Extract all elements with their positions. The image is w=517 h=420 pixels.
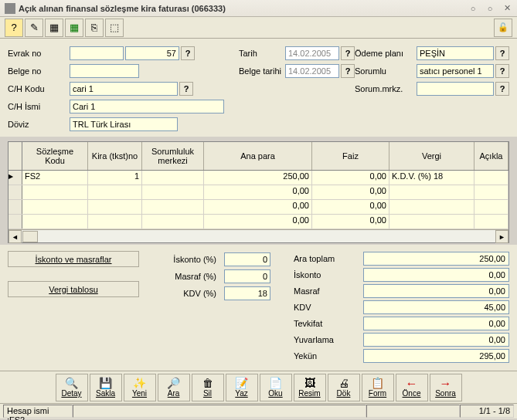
once-button[interactable]: ←Önce	[396, 374, 428, 401]
cell-kira[interactable]	[88, 215, 142, 229]
tool-icon-2[interactable]: ▦	[45, 19, 63, 37]
evrak-no-input[interactable]	[125, 46, 179, 60]
ara-button[interactable]: 🔎Ara	[158, 374, 190, 401]
image-icon: 🖼	[304, 377, 315, 389]
yaz-button[interactable]: 📝Yaz	[226, 374, 258, 401]
lock-icon[interactable]: 🔓	[494, 19, 512, 37]
statusbar: Hesap ismi :FS2 1/1 - 1/8	[0, 403, 517, 418]
ch-kodu-input[interactable]	[70, 82, 178, 96]
cell-sorumluluk[interactable]	[142, 171, 204, 185]
help-icon[interactable]: ?	[5, 19, 23, 37]
kdv-pct-input[interactable]	[224, 286, 270, 300]
ch-ismi-input[interactable]	[70, 100, 224, 113]
cell-kira[interactable]	[88, 185, 142, 199]
detay-button[interactable]: 🔍Detay	[56, 374, 88, 401]
cell-vergi[interactable]	[389, 215, 474, 229]
odeme-plani-help[interactable]: ?	[495, 46, 509, 60]
odeme-plani-input[interactable]	[417, 46, 494, 60]
cell-aciklama[interactable]	[474, 171, 508, 185]
cell-aciklama[interactable]	[474, 200, 508, 214]
tool-icon-4[interactable]: ⎘	[85, 19, 104, 37]
col-anapara[interactable]: Ana para	[204, 142, 312, 170]
masraf-label: Masraf	[294, 286, 363, 296]
belge-no-input[interactable]	[70, 64, 139, 78]
ara-toplam-label: Ara toplam	[294, 254, 363, 263]
sil-button[interactable]: 🗑Sil	[192, 374, 224, 401]
cell-anapara[interactable]: 0,00	[204, 215, 312, 229]
cell-faiz[interactable]: 0,00	[312, 200, 389, 214]
form-button[interactable]: 📋Form	[362, 374, 394, 401]
excel-icon[interactable]: ▦	[65, 19, 83, 37]
sorumlu-help[interactable]: ?	[495, 64, 509, 78]
cell-vergi[interactable]	[389, 185, 474, 199]
vergi-tablosu-button[interactable]: Vergi tablosu	[8, 281, 139, 297]
table-row[interactable]: FS21250,000,00K.D.V. (%) 18	[9, 171, 508, 185]
minimize-button[interactable]: ○	[468, 3, 478, 14]
scroll-right-icon[interactable]: ►	[495, 230, 508, 243]
col-vergi[interactable]: Vergi	[389, 142, 474, 170]
cell-sorumluluk[interactable]	[142, 200, 204, 214]
cell-anapara[interactable]: 0,00	[204, 185, 312, 199]
oku-button[interactable]: 📄Oku	[260, 374, 292, 401]
cell-anapara[interactable]: 0,00	[204, 200, 312, 214]
table-row[interactable]: 0,000,00	[9, 200, 508, 215]
detail-icon: 🔍	[65, 377, 78, 389]
sorum-mrkz-input[interactable]	[417, 82, 494, 96]
col-sozlesme[interactable]: Sözleşme Kodu	[22, 142, 88, 170]
doviz-input[interactable]	[70, 117, 178, 131]
tool-icon-5[interactable]: ⬚	[105, 19, 124, 37]
col-faiz[interactable]: Faiz	[312, 142, 389, 170]
cell-sorumluluk[interactable]	[142, 185, 204, 199]
dok-button[interactable]: 🖨Dök	[328, 374, 360, 401]
cell-vergi[interactable]	[389, 200, 474, 214]
yeni-button[interactable]: ✨Yeni	[124, 374, 156, 401]
cell-sozlesme[interactable]: FS2	[22, 171, 88, 185]
tevkifat-value: 0,00	[363, 317, 509, 330]
cell-sozlesme[interactable]	[22, 185, 88, 199]
tarih-help[interactable]: ?	[341, 46, 355, 60]
yekun-label: Yekün	[294, 351, 363, 361]
ch-kodu-help[interactable]: ?	[179, 82, 193, 96]
sonra-button[interactable]: →Sonra	[430, 374, 462, 401]
cell-sozlesme[interactable]	[22, 200, 88, 214]
iskonto-masraflar-button[interactable]: İskonto ve masraflar	[8, 251, 139, 267]
grid-scrollbar[interactable]: ◄ ►	[9, 229, 508, 242]
cell-faiz[interactable]: 0,00	[312, 171, 389, 185]
col-sorumluluk[interactable]: Sorumluluk merkezi	[142, 142, 204, 170]
table-row[interactable]: 0,000,00	[9, 185, 508, 200]
cell-anapara[interactable]: 250,00	[204, 171, 312, 185]
table-row[interactable]: 0,000,00	[9, 215, 508, 229]
belge-tarihi-help[interactable]: ?	[341, 64, 355, 78]
cell-faiz[interactable]: 0,00	[312, 185, 389, 199]
scroll-left-icon[interactable]: ◄	[9, 230, 22, 243]
tarih-input[interactable]	[285, 46, 339, 60]
tool-icon-1[interactable]: ✎	[25, 19, 43, 37]
maximize-button[interactable]: ○	[485, 3, 495, 14]
evrak-no-help[interactable]: ?	[181, 46, 195, 60]
masraf-pct-input[interactable]	[224, 269, 270, 283]
sorumlu-label: Sorumlu	[355, 66, 417, 76]
belge-tarihi-input[interactable]	[285, 64, 339, 78]
sorumlu-input[interactable]	[417, 64, 494, 78]
resim-button[interactable]: 🖼Resim	[294, 374, 326, 401]
evrak-no-prefix[interactable]	[70, 46, 124, 60]
scroll-thumb[interactable]	[22, 231, 38, 242]
sorum-mrkz-help[interactable]: ?	[495, 82, 509, 96]
cell-faiz[interactable]: 0,00	[312, 215, 389, 229]
cell-kira[interactable]	[88, 200, 142, 214]
close-button[interactable]: ✕	[502, 3, 512, 14]
col-aciklama[interactable]: Açıkla	[474, 142, 508, 170]
status-spacer	[366, 405, 460, 418]
iskonto-pct-input[interactable]	[224, 252, 270, 266]
status-pager: 1/1 - 1/8	[460, 405, 514, 418]
cell-vergi[interactable]: K.D.V. (%) 18	[389, 171, 474, 185]
sakla-button[interactable]: 💾Sakla	[90, 374, 122, 401]
col-kira[interactable]: Kira (tkst)no	[88, 142, 142, 170]
yuvarlama-label: Yuvarlama	[294, 335, 363, 344]
action-toolbar: 🔍Detay 💾Sakla ✨Yeni 🔎Ara 🗑Sil 📝Yaz 📄Oku …	[0, 371, 517, 403]
cell-aciklama[interactable]	[474, 215, 508, 229]
cell-sorumluluk[interactable]	[142, 215, 204, 229]
cell-kira[interactable]: 1	[88, 171, 142, 185]
cell-aciklama[interactable]	[474, 185, 508, 199]
cell-sozlesme[interactable]	[22, 215, 88, 229]
